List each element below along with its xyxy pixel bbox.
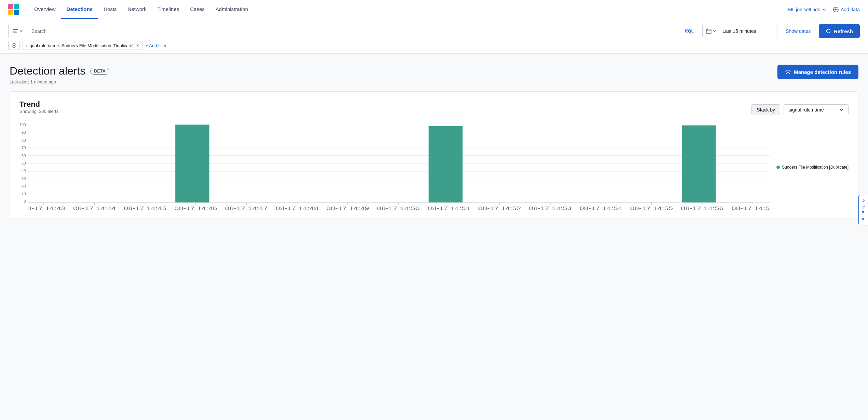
show-dates-button[interactable]: Show dates xyxy=(782,28,815,34)
search-input[interactable] xyxy=(27,28,681,34)
y-tick: 60 xyxy=(19,154,26,158)
svg-text:08-17 14:45: 08-17 14:45 xyxy=(124,205,166,211)
manage-detection-rules-button[interactable]: Manage detection rules xyxy=(777,65,858,79)
svg-point-15 xyxy=(13,45,15,46)
svg-text:08-17 14:44: 08-17 14:44 xyxy=(73,205,116,211)
search-row: KQL Last 15 minutes Show dates Refresh xyxy=(8,24,860,38)
svg-rect-10 xyxy=(706,29,711,34)
nav-cases[interactable]: Cases xyxy=(185,0,210,19)
kql-toggle[interactable]: KQL xyxy=(681,24,698,38)
y-tick: 90 xyxy=(19,130,26,134)
y-tick: 10 xyxy=(19,192,26,196)
legend-dot xyxy=(776,166,780,169)
beta-badge: BETA xyxy=(90,68,109,75)
nav-links: Overview Detections Hosts Network Timeli… xyxy=(29,0,788,19)
page-title: Detection alerts xyxy=(10,65,85,77)
y-axis: 100 90 80 70 60 50 40 30 20 10 0 xyxy=(19,123,28,212)
svg-text:08-17 14:50: 08-17 14:50 xyxy=(377,205,420,211)
nav-hosts[interactable]: Hosts xyxy=(98,0,122,19)
trend-title-section: Trend Showing: 300 alerts xyxy=(19,100,58,119)
chevron-down-icon xyxy=(822,8,826,12)
chart-main: 08-17 14:43 08-17 14:44 08-17 14:45 08-1… xyxy=(28,123,770,212)
svg-rect-0 xyxy=(8,4,13,9)
trend-subtitle: Showing: 300 alerts xyxy=(19,109,58,114)
svg-text:08-17 14:51: 08-17 14:51 xyxy=(428,205,471,211)
search-type-icon xyxy=(13,28,18,34)
last-alert-text: Last alert: 1 minute ago xyxy=(10,79,109,84)
nav-administration[interactable]: Administration xyxy=(210,0,254,19)
alerts-title-section: Detection alerts BETA Last alert: 1 minu… xyxy=(10,65,109,84)
chart-bar xyxy=(429,126,463,202)
app-logo[interactable] xyxy=(8,4,19,15)
stack-by-row: Stack by signal.rule.name xyxy=(751,104,849,115)
add-data-button[interactable]: Add data xyxy=(833,7,860,12)
nav-network[interactable]: Network xyxy=(122,0,152,19)
svg-rect-8 xyxy=(13,31,16,31)
search-box[interactable]: KQL xyxy=(8,24,698,38)
stack-by-dropdown[interactable]: signal.rule.name xyxy=(784,104,849,115)
chevron-down-icon xyxy=(19,29,23,33)
y-tick: 30 xyxy=(19,176,26,181)
alerts-title-row: Detection alerts BETA xyxy=(10,65,109,77)
y-tick: 70 xyxy=(19,146,26,150)
svg-text:08-17 14:46: 08-17 14:46 xyxy=(174,205,217,211)
svg-rect-1 xyxy=(14,4,19,9)
y-tick: 20 xyxy=(19,184,26,188)
y-tick: 40 xyxy=(19,169,26,173)
chevron-down-icon xyxy=(713,29,716,33)
svg-rect-9 xyxy=(13,32,17,33)
active-filter-tag: signal.rule.name: Sudoers File Modificat… xyxy=(23,41,143,50)
chart-area: 100 90 80 70 60 50 40 30 20 10 0 xyxy=(19,123,849,212)
svg-text:08-17 14:48: 08-17 14:48 xyxy=(276,205,318,211)
svg-text:08-17 14:57: 08-17 14:57 xyxy=(732,205,770,211)
calendar-icon xyxy=(706,28,711,34)
legend-item: Sudoers File Modification [Duplicate] xyxy=(776,165,849,170)
top-navigation: Overview Detections Hosts Network Timeli… xyxy=(0,0,868,19)
chevron-left-icon xyxy=(862,199,866,203)
refresh-icon xyxy=(826,28,831,34)
svg-point-16 xyxy=(787,71,789,73)
remove-filter-button[interactable]: × xyxy=(136,43,139,48)
calendar-icon-btn[interactable] xyxy=(703,28,720,34)
svg-rect-7 xyxy=(13,29,18,30)
main-content: Detection alerts BETA Last alert: 1 minu… xyxy=(0,54,868,230)
refresh-button[interactable]: Refresh xyxy=(819,24,860,38)
svg-text:08-17 14:54: 08-17 14:54 xyxy=(580,205,623,211)
svg-text:08-17 14:49: 08-17 14:49 xyxy=(326,205,369,211)
chart-bar xyxy=(176,124,209,202)
y-tick: 80 xyxy=(19,138,26,142)
y-tick: 100 xyxy=(19,123,26,127)
filter-row: signal.rule.name: Sudoers File Modificat… xyxy=(8,41,860,50)
y-tick: 0 xyxy=(19,199,26,204)
stack-by-label: Stack by xyxy=(751,104,780,115)
chart-legend: Sudoers File Modification [Duplicate] xyxy=(770,123,849,212)
nav-overview[interactable]: Overview xyxy=(29,0,61,19)
svg-text:08-17 14:55: 08-17 14:55 xyxy=(630,205,673,211)
svg-rect-2 xyxy=(8,10,13,15)
nav-right: ML job settings Add data xyxy=(788,7,860,12)
gear-icon xyxy=(785,69,791,75)
trend-card: Trend Showing: 300 alerts Stack by signa… xyxy=(10,91,858,219)
time-picker[interactable]: Last 15 minutes xyxy=(702,24,777,38)
nav-timelines[interactable]: Timelines xyxy=(152,0,185,19)
svg-text:08-17 14:56: 08-17 14:56 xyxy=(681,205,724,211)
search-type-dropdown[interactable] xyxy=(9,24,27,38)
alerts-header: Detection alerts BETA Last alert: 1 minu… xyxy=(10,65,858,84)
search-section: KQL Last 15 minutes Show dates Refresh s… xyxy=(0,19,868,54)
timeline-sidebar-tab[interactable]: Timeline xyxy=(858,195,868,225)
filter-icon xyxy=(11,43,17,48)
add-filter-button[interactable]: + Add filter xyxy=(146,43,167,48)
chart-bar xyxy=(682,126,716,202)
nav-detections[interactable]: Detections xyxy=(61,0,98,19)
trend-header: Trend Showing: 300 alerts Stack by signa… xyxy=(19,100,849,119)
svg-text:08-17 14:52: 08-17 14:52 xyxy=(478,205,521,211)
chevron-down-icon xyxy=(839,108,843,112)
time-range-label: Last 15 minutes xyxy=(720,28,777,34)
filter-options-button[interactable] xyxy=(8,41,20,50)
plus-circle-icon xyxy=(833,7,839,12)
trend-chart-svg: 08-17 14:43 08-17 14:44 08-17 14:45 08-1… xyxy=(28,123,770,212)
y-tick: 50 xyxy=(19,161,26,165)
trend-title: Trend xyxy=(19,100,58,109)
ml-job-settings-button[interactable]: ML job settings xyxy=(788,7,826,12)
svg-text:08-17 14:43: 08-17 14:43 xyxy=(28,205,65,211)
